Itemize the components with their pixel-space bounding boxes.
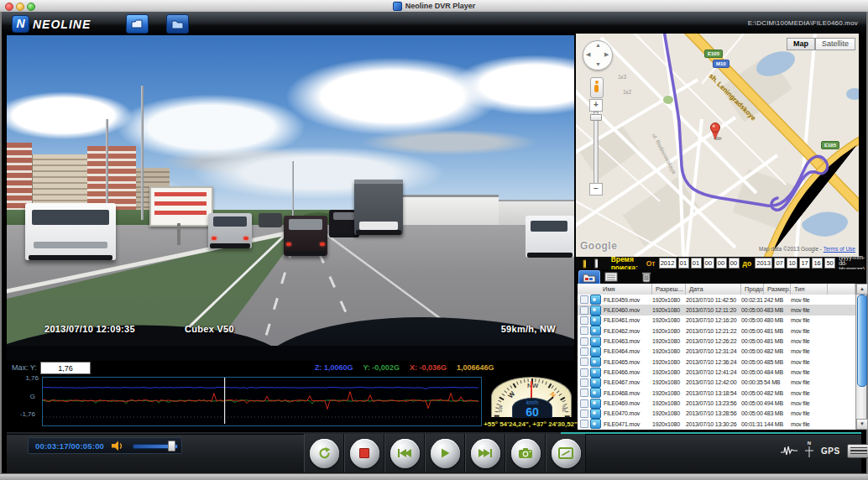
gsensor-x-value: X: -0,036G (410, 363, 447, 372)
from-month-field[interactable] (678, 258, 689, 269)
scrollbar-thumb[interactable] (857, 295, 867, 387)
scroll-down-button[interactable]: ▼ (856, 419, 868, 430)
file-row[interactable]: FILE0471.mov1920x10802013/07/10 13:30:26… (578, 419, 855, 429)
file-view-button[interactable] (578, 270, 600, 284)
column-header-date[interactable]: Дата (686, 284, 741, 295)
gsensor-max-input[interactable] (40, 362, 91, 374)
zoom-out-button[interactable]: − (589, 183, 603, 196)
row-checkbox[interactable] (580, 316, 588, 325)
to-minute-field[interactable] (812, 258, 823, 269)
from-year-field[interactable] (659, 258, 677, 269)
to-month-field[interactable] (774, 258, 785, 269)
snapshot-button[interactable] (511, 439, 541, 468)
map-pan-control[interactable]: ▲ ▼ ◀ ▶ (583, 40, 613, 70)
row-checkbox[interactable] (580, 368, 588, 377)
list-view-button[interactable] (601, 270, 621, 283)
to-second-field[interactable] (824, 258, 835, 269)
file-row[interactable]: FILE0465.mov1920x10802013/07/10 12:36:24… (578, 357, 855, 367)
pan-right-icon[interactable]: ▶ (604, 51, 609, 58)
row-checkbox[interactable] (580, 337, 588, 346)
file-row[interactable]: FILE0461.mov1920x10802013/07/10 12:16:20… (578, 316, 855, 326)
column-header-size[interactable]: Размер... (764, 284, 791, 295)
file-row[interactable]: FILE0469.mov1920x10802013/07/10 13:23:56… (578, 398, 855, 408)
file-row[interactable]: FILE0467.mov1920x10802013/07/10 12:42:00… (578, 378, 855, 388)
file-row[interactable]: FILE0468.mov1920x10802013/07/10 13:18:54… (578, 388, 855, 398)
volume-slider-handle[interactable] (168, 441, 175, 451)
file-date: 2013/07/10 12:31:24 (686, 348, 741, 354)
light-pole (292, 161, 294, 220)
file-row[interactable]: FILE0464.mov1920x10802013/07/10 12:31:24… (578, 347, 855, 357)
file-table-scrollbar[interactable]: ▲ ▼ (855, 284, 866, 430)
from-hour-field[interactable] (703, 258, 714, 269)
file-resolution: 1920x1080 (652, 328, 686, 334)
row-checkbox[interactable] (580, 326, 588, 335)
next-button[interactable] (471, 439, 500, 468)
row-checkbox[interactable] (580, 357, 588, 366)
from-minute-field[interactable] (716, 258, 727, 269)
from-day-field[interactable] (691, 258, 702, 269)
row-checkbox[interactable] (580, 378, 588, 387)
column-header-resolution[interactable]: Разреш... (652, 284, 686, 295)
previous-button[interactable] (390, 439, 420, 468)
search-files-icon[interactable] (594, 258, 598, 269)
map-type-map-button[interactable]: Map (787, 38, 815, 50)
file-table-header[interactable]: Имя Разреш... Дата Продо... Размер... Ти… (578, 284, 855, 295)
file-duration: 00:05:00 (741, 307, 764, 313)
delete-button[interactable] (636, 270, 656, 283)
row-checkbox[interactable] (580, 295, 588, 304)
to-year-field[interactable] (755, 258, 772, 269)
file-row[interactable]: FILE0463.mov1920x10802013/07/10 12:26:22… (578, 336, 855, 346)
pegman-icon[interactable] (590, 77, 604, 98)
file-row[interactable]: FILE0459.mov1920x10802013/07/10 11:42:50… (578, 295, 855, 305)
row-checkbox[interactable] (580, 306, 588, 315)
gsensor-max-label: Max: Y: (12, 363, 37, 372)
zoom-in-button[interactable]: + (589, 99, 603, 112)
row-checkbox[interactable] (580, 399, 588, 408)
compass-tick (520, 380, 521, 383)
file-resolution: 1920x1080 (652, 307, 686, 313)
row-checkbox[interactable] (580, 389, 588, 397)
column-header-type[interactable]: Тип (791, 284, 828, 295)
open-folder-button[interactable] (166, 14, 189, 34)
file-row[interactable]: FILE0470.mov1920x10802013/07/10 13:28:56… (578, 409, 855, 419)
zoom-slider-track[interactable] (593, 112, 599, 184)
north-indicator-label: N (804, 441, 814, 446)
zoom-slider-knob[interactable] (590, 114, 602, 121)
title-bar[interactable]: Neoline DVR Player (0, 0, 868, 13)
file-row[interactable]: FILE0462.mov1920x10802013/07/10 12:21:22… (578, 326, 855, 336)
seek-bar-remaining[interactable] (561, 432, 861, 434)
column-header-name[interactable]: Имя (578, 284, 652, 295)
video-panel[interactable]: 2013/07/10 12:09:35 Cubex V50 59km/h, NW (7, 35, 574, 361)
compass-tick (541, 380, 543, 383)
folder-icon[interactable] (583, 258, 586, 269)
display-button[interactable] (552, 439, 581, 468)
playlist-menu-button[interactable] (847, 444, 868, 458)
file-row[interactable]: FILE0466.mov1920x10802013/07/10 12:41:24… (578, 367, 855, 377)
pan-up-icon[interactable]: ▲ (595, 42, 601, 48)
file-name: FILE0463.mov (604, 338, 652, 344)
row-checkbox[interactable] (580, 410, 588, 418)
graph-cursor[interactable] (224, 378, 225, 424)
from-second-field[interactable] (729, 258, 740, 269)
open-file-button[interactable] (126, 14, 149, 34)
map-type-satellite-button[interactable]: Satellite (815, 38, 855, 50)
scroll-up-button[interactable]: ▲ (856, 284, 868, 295)
white-van (25, 203, 116, 260)
terms-of-use-link[interactable]: Terms of Use (824, 246, 855, 252)
column-header-duration[interactable]: Продо... (741, 284, 764, 295)
speaker-icon[interactable] (112, 441, 124, 451)
stop-button[interactable] (350, 439, 379, 468)
pan-down-icon[interactable]: ▼ (595, 61, 601, 67)
gsensor-graph[interactable] (42, 377, 482, 426)
gsensor-axis-bottom: -1,76 (12, 410, 35, 418)
repeat-button[interactable] (310, 439, 339, 468)
route-badge-e105: E105 (704, 50, 723, 58)
play-button[interactable] (431, 439, 460, 468)
video-speed-overlay: 59km/h, NW (501, 324, 556, 334)
to-day-field[interactable] (787, 258, 797, 269)
to-hour-field[interactable] (799, 258, 810, 269)
file-row[interactable]: FILE0460.mov1920x10802013/07/10 12:11:20… (578, 305, 855, 315)
pan-left-icon[interactable]: ◀ (586, 51, 590, 58)
map-panel[interactable]: sh. Leningradskoye E105 M10 E105 ul. Rod… (576, 34, 859, 257)
row-checkbox[interactable] (580, 347, 588, 356)
